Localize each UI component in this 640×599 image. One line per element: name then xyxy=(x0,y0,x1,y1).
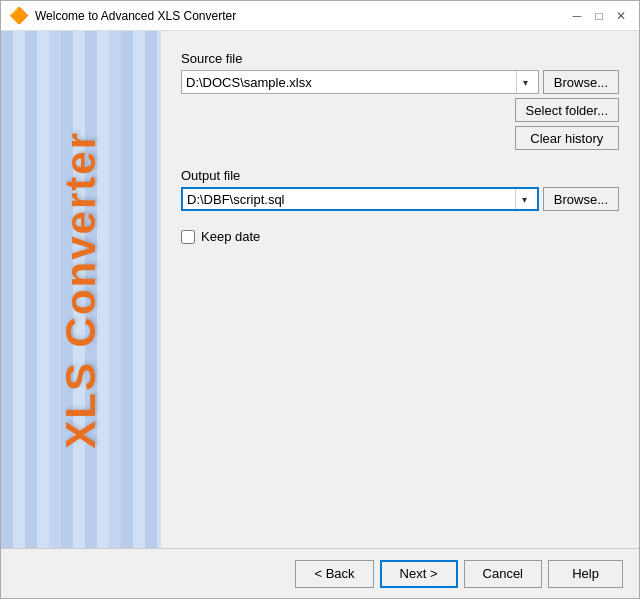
output-input-row: ▾ Browse... xyxy=(181,187,619,211)
side-buttons: Select folder... Clear history xyxy=(515,98,619,150)
source-file-combo[interactable]: ▾ xyxy=(181,70,539,94)
source-browse-button[interactable]: Browse... xyxy=(543,70,619,94)
footer: < Back Next > Cancel Help xyxy=(1,548,639,598)
next-button[interactable]: Next > xyxy=(380,560,458,588)
source-file-input[interactable] xyxy=(186,71,516,93)
output-combo-arrow[interactable]: ▾ xyxy=(515,189,533,209)
close-button[interactable]: ✕ xyxy=(611,6,631,26)
keep-date-label[interactable]: Keep date xyxy=(201,229,260,244)
source-row: ▾ Browse... Select folder... Clear histo… xyxy=(181,70,619,150)
output-file-group: Output file ▾ Browse... xyxy=(181,168,619,211)
back-button[interactable]: < Back xyxy=(295,560,373,588)
source-input-row: ▾ Browse... xyxy=(181,70,619,94)
window-title: Welcome to Advanced XLS Converter xyxy=(35,9,236,23)
clear-history-button[interactable]: Clear history xyxy=(515,126,619,150)
keep-date-checkbox[interactable] xyxy=(181,230,195,244)
source-file-label: Source file xyxy=(181,51,619,66)
content-area: XLS Converter Source file ▾ xyxy=(1,31,639,548)
title-bar-controls: ─ □ ✕ xyxy=(567,6,631,26)
main-window: 🔶 Welcome to Advanced XLS Converter ─ □ … xyxy=(0,0,640,599)
sidebar: XLS Converter xyxy=(1,31,161,548)
source-combo-arrow[interactable]: ▾ xyxy=(516,71,534,93)
output-file-combo[interactable]: ▾ xyxy=(181,187,539,211)
main-panel: Source file ▾ Browse... xyxy=(161,31,639,548)
maximize-button[interactable]: □ xyxy=(589,6,609,26)
help-button[interactable]: Help xyxy=(548,560,623,588)
extra-buttons-row: Select folder... Clear history xyxy=(181,98,619,150)
output-file-label: Output file xyxy=(181,168,619,183)
select-folder-button[interactable]: Select folder... xyxy=(515,98,619,122)
keep-date-row: Keep date xyxy=(181,229,619,244)
source-file-group: Source file ▾ Browse... xyxy=(181,51,619,150)
output-file-input[interactable] xyxy=(187,189,515,209)
title-bar-left: 🔶 Welcome to Advanced XLS Converter xyxy=(9,6,236,25)
form-section: Source file ▾ Browse... xyxy=(181,51,619,538)
minimize-button[interactable]: ─ xyxy=(567,6,587,26)
app-icon: 🔶 xyxy=(9,6,29,25)
title-bar: 🔶 Welcome to Advanced XLS Converter ─ □ … xyxy=(1,1,639,31)
cancel-button[interactable]: Cancel xyxy=(464,560,542,588)
output-browse-button[interactable]: Browse... xyxy=(543,187,619,211)
sidebar-text: XLS Converter xyxy=(57,131,105,449)
